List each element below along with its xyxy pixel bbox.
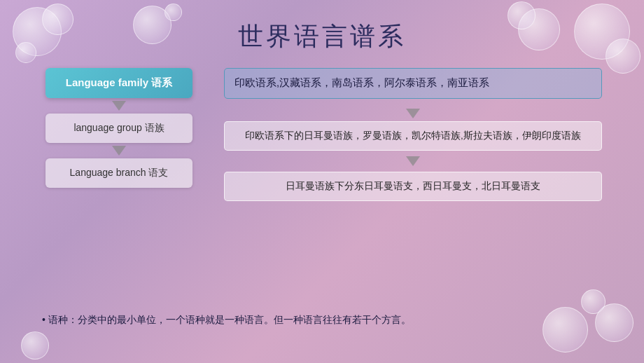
title-area: 世界语言谱系 xyxy=(0,0,644,54)
box-right-bot: 日耳曼语族下分东日耳曼语支，西日耳曼支，北日耳曼语支 xyxy=(224,172,602,201)
arrow-family-group xyxy=(112,101,126,111)
page-title: 世界语言谱系 xyxy=(0,20,644,54)
arrow-right-mid-bot xyxy=(406,156,420,166)
content-area: Language family 语系 language group 语族 Lan… xyxy=(0,68,644,201)
box-language-branch: Language branch 语支 xyxy=(46,158,192,188)
box-language-family: Language family 语系 xyxy=(46,68,192,98)
arrow-group-branch xyxy=(112,146,126,156)
left-column: Language family 语系 language group 语族 Lan… xyxy=(42,68,196,188)
page: 世界语言谱系 Language family 语系 language group… xyxy=(0,0,644,363)
box-right-top: 印欧语系,汉藏语系，南岛语系，阿尔泰语系，南亚语系 xyxy=(224,68,602,99)
bottom-note: • 语种：分类中的最小单位，一个语种就是一种语言。但一种语言往往有若干个方言。 xyxy=(42,314,602,327)
box-right-mid: 印欧语系下的日耳曼语族，罗曼语族，凯尔特语族,斯拉夫语族，伊朗印度语族 xyxy=(224,121,602,151)
right-column: 印欧语系,汉藏语系，南岛语系，阿尔泰语系，南亚语系 印欧语系下的日耳曼语族，罗曼… xyxy=(224,68,602,201)
arrow-right-top-mid xyxy=(406,109,420,118)
box-language-group: language group 语族 xyxy=(46,114,192,143)
